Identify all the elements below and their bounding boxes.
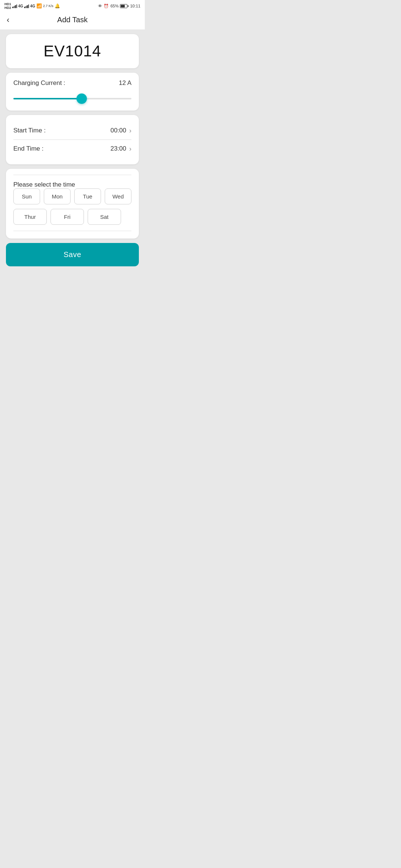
current-header: Charging Current : 12 A: [13, 79, 131, 87]
start-time-label: Start Time :: [13, 127, 46, 134]
network-speed: 2.7 K/s: [43, 4, 53, 8]
network-label: HD1HD2: [4, 2, 11, 10]
network-type-2: 4G: [30, 4, 35, 8]
clock-time: 10:11: [130, 4, 140, 8]
ev-id-card: EV1014: [6, 34, 139, 68]
end-time-label: End Time :: [13, 145, 43, 152]
end-time-value-group: 23:00 ›: [110, 145, 131, 152]
current-value: 12 A: [119, 79, 131, 87]
day-button-wed[interactable]: Wed: [105, 188, 131, 204]
signal-bars-2: [24, 4, 29, 8]
top-navigation: ‹ Add Task: [0, 11, 145, 30]
wifi-icon: 📶: [36, 3, 42, 9]
battery-icon: [120, 4, 128, 8]
day-selection-card: Please select the time Sun Mon Tue Wed T…: [6, 169, 139, 239]
main-content: EV1014 Charging Current : 12 A Start Tim…: [0, 30, 145, 271]
current-label: Charging Current :: [13, 79, 65, 87]
day-button-sat[interactable]: Sat: [88, 209, 121, 225]
day-button-sun[interactable]: Sun: [13, 188, 40, 204]
day-button-mon[interactable]: Mon: [44, 188, 71, 204]
status-bar: HD1HD2 4G 4G 📶 2.7 K/s 🔔 👁 ⏰ 65% 10:11: [0, 0, 145, 11]
day-button-tue[interactable]: Tue: [74, 188, 101, 204]
battery-percent: 65%: [110, 4, 118, 8]
charging-current-card: Charging Current : 12 A: [6, 73, 139, 111]
start-time-row[interactable]: Start Time : 00:00 ›: [13, 122, 131, 140]
end-time-chevron: ›: [129, 145, 131, 152]
slider-container[interactable]: [13, 93, 131, 104]
back-button[interactable]: ‹: [7, 14, 12, 26]
day-rows-container: Sun Mon Tue Wed Thur Fri Sat: [13, 188, 131, 225]
start-time-chevron: ›: [129, 127, 131, 134]
day-button-fri[interactable]: Fri: [50, 209, 84, 225]
day-card-divider-top: [13, 175, 131, 175]
ev-id-value: EV1014: [43, 42, 101, 60]
status-left: HD1HD2 4G 4G 📶 2.7 K/s 🔔: [4, 2, 60, 10]
start-time-value: 00:00: [110, 127, 126, 134]
day-button-thur[interactable]: Thur: [13, 209, 47, 225]
eye-icon: 👁: [98, 4, 102, 8]
end-time-value: 23:00: [110, 145, 126, 152]
notification-icon: 🔔: [55, 3, 60, 9]
day-row-2: Thur Fri Sat: [13, 209, 131, 225]
signal-bars-1: [12, 4, 17, 8]
network-type-1: 4G: [18, 4, 23, 8]
save-button[interactable]: Save: [6, 243, 139, 266]
day-row-1: Sun Mon Tue Wed: [13, 188, 131, 204]
start-time-value-group: 00:00 ›: [110, 127, 131, 134]
day-card-divider-bottom: [13, 231, 131, 231]
time-selection-card: Start Time : 00:00 › End Time : 23:00 ›: [6, 115, 139, 164]
day-selection-title: Please select the time: [13, 181, 75, 188]
status-right: 👁 ⏰ 65% 10:11: [98, 4, 140, 9]
end-time-row[interactable]: End Time : 23:00 ›: [13, 140, 131, 158]
alarm-icon: ⏰: [104, 4, 109, 9]
page-title: Add Task: [57, 16, 88, 24]
